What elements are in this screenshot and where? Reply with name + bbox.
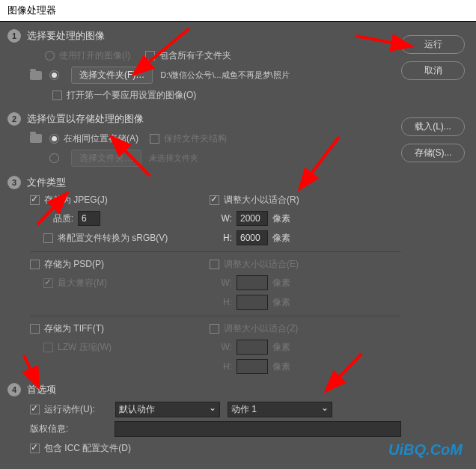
load-button[interactable]: 载入(L)...	[401, 117, 465, 136]
folder-icon	[30, 71, 42, 80]
psd-w-input	[237, 275, 268, 290]
radio-use-open[interactable]	[45, 51, 55, 61]
label-h-tiff: H:	[210, 361, 232, 372]
label-resize-e: 调整大小以适合(E)	[224, 258, 299, 271]
radio-dest-folder[interactable]	[49, 153, 59, 163]
checkbox-psd[interactable]	[30, 260, 40, 269]
radio-select-folder[interactable]	[49, 70, 59, 80]
tiff-w-input	[237, 340, 268, 355]
unit-px6: 像素	[272, 361, 290, 373]
section-source: 1 选择要处理的图像 使用打开的图像(I) 包含所有子文件夹 选择文件夹(F)……	[7, 29, 401, 103]
window-title: 图像处理器	[0, 0, 476, 22]
label-include-sub: 包含所有子文件夹	[159, 49, 231, 62]
label-maxcompat: 最大兼容(M)	[58, 277, 107, 289]
section2-title: 选择位置以存储处理的图像	[27, 112, 144, 126]
badge-2: 2	[7, 112, 21, 126]
unit-px4: 像素	[272, 296, 290, 309]
unit-px1: 像素	[272, 212, 290, 225]
label-lzw: LZW 压缩(W)	[58, 341, 112, 354]
section-preferences: 4 首选项 运行动作(U): 默认动作 动作 1 版权信息: 包含 ICC 配置…	[7, 383, 401, 456]
unit-px3: 像素	[272, 277, 290, 289]
label-same-location: 在相同位置存储(A)	[64, 132, 138, 145]
label-open-first: 打开第一个要应用设置的图像(O)	[67, 89, 196, 102]
checkbox-keep-struct[interactable]	[150, 134, 159, 144]
checkbox-include-sub[interactable]	[145, 51, 155, 61]
cancel-button[interactable]: 取消	[401, 61, 465, 80]
checkbox-tiff[interactable]	[30, 324, 40, 334]
section-filetype: 3 文件类型 存储为 JPEG(J) 调整大小以适合(R) 品质: W:	[7, 176, 401, 374]
action-select[interactable]: 动作 1	[228, 402, 332, 417]
save-button[interactable]: 存储(S)...	[401, 144, 465, 162]
psd-h-input	[237, 295, 268, 310]
checkbox-resize-z	[210, 324, 219, 334]
folder-path: D:\微信公众号\...咸鱼不再是梦\照片	[160, 70, 289, 81]
label-w-psd: W:	[210, 278, 232, 288]
section4-title: 首选项	[27, 383, 56, 396]
run-button[interactable]: 运行	[401, 35, 465, 54]
section3-title: 文件类型	[27, 176, 66, 189]
radio-same-location[interactable]	[49, 134, 59, 144]
checkbox-jpeg[interactable]	[30, 195, 40, 205]
checkbox-lzw	[43, 343, 53, 352]
action-set-select[interactable]: 默认动作	[115, 402, 220, 417]
section1-title: 选择要处理的图像	[27, 29, 105, 43]
quality-input[interactable]	[78, 211, 100, 226]
section-destination: 2 选择位置以存储处理的图像 在相同位置存储(A) 保持文件夹结构 选择文件夹……	[7, 112, 401, 167]
label-tiff: 存储为 TIFF(T)	[44, 322, 104, 335]
dest-no-folder: 未选择文件夹	[149, 153, 198, 164]
label-resize-z: 调整大小以适合(Z)	[224, 322, 298, 335]
label-use-open: 使用打开的图像(I)	[59, 49, 130, 62]
label-psd: 存储为 PSD(P)	[44, 258, 104, 271]
unit-px2: 像素	[272, 232, 290, 245]
tiff-h-input	[237, 359, 268, 374]
folder-icon	[30, 134, 42, 143]
select-folder-button[interactable]: 选择文件夹(F)…	[71, 67, 153, 84]
checkbox-resize-r[interactable]	[210, 195, 219, 205]
badge-1: 1	[7, 29, 21, 43]
label-jpeg: 存储为 JPEG(J)	[44, 194, 108, 206]
label-w-jpeg: W:	[210, 213, 232, 224]
jpeg-h-input[interactable]	[237, 230, 268, 245]
dest-select-folder-button[interactable]: 选择文件夹…	[71, 150, 141, 167]
label-resize-r: 调整大小以适合(R)	[224, 194, 299, 206]
watermark: UiBQ.CoM	[388, 441, 463, 459]
unit-px5: 像素	[272, 341, 290, 354]
label-w-tiff: W:	[210, 342, 232, 352]
checkbox-icc[interactable]	[30, 444, 40, 453]
label-srgb: 将配置文件转换为 sRGB(V)	[58, 232, 168, 245]
badge-4: 4	[7, 383, 21, 396]
checkbox-open-first[interactable]	[52, 91, 62, 100]
label-copyright: 版权信息:	[30, 423, 115, 435]
jpeg-w-input[interactable]	[237, 211, 268, 226]
checkbox-maxcompat	[43, 278, 53, 288]
checkbox-resize-e	[210, 260, 219, 269]
checkbox-run-action[interactable]	[30, 405, 40, 414]
copyright-input[interactable]	[115, 421, 401, 437]
badge-3: 3	[7, 176, 21, 189]
label-icc: 包含 ICC 配置文件(D)	[44, 442, 131, 455]
label-run-action: 运行动作(U):	[44, 403, 115, 416]
label-h-jpeg: H:	[210, 233, 232, 243]
label-quality: 品质:	[43, 212, 73, 225]
checkbox-srgb[interactable]	[43, 233, 53, 243]
label-keep-struct: 保持文件夹结构	[164, 132, 227, 145]
label-h-psd: H:	[210, 297, 232, 307]
